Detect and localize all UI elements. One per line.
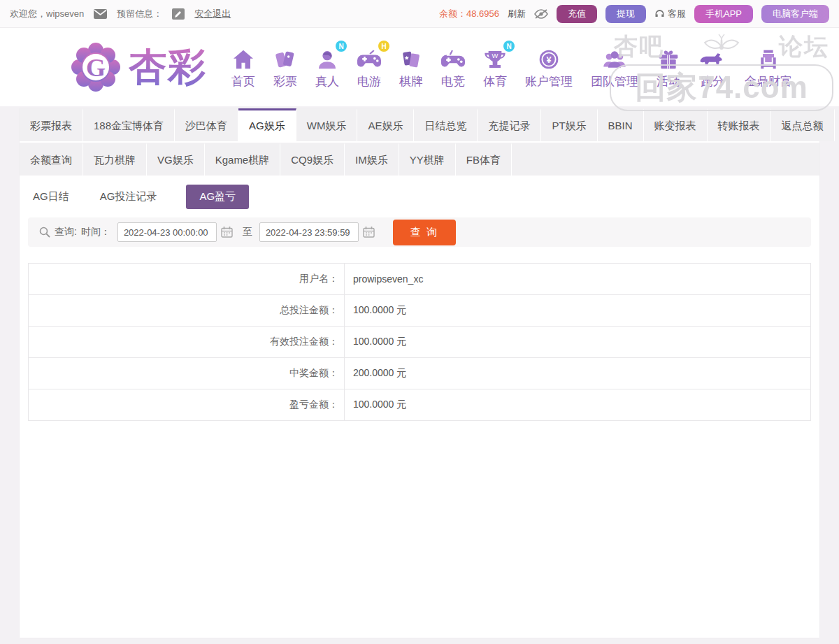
tab-im-casino[interactable]: IM娱乐 bbox=[345, 143, 399, 176]
tab-pt-casino[interactable]: PT娱乐 bbox=[541, 108, 597, 141]
subtab-ag-profit-loss[interactable]: AG盈亏 bbox=[186, 185, 249, 209]
search-submit-button[interactable]: 查 询 bbox=[393, 220, 456, 245]
nav-label: 体育 bbox=[483, 73, 507, 90]
tab-yy-cards[interactable]: YY棋牌 bbox=[399, 143, 456, 176]
subtab-ag-bet-records[interactable]: AG投注记录 bbox=[99, 185, 159, 209]
nav-label: 棋牌 bbox=[399, 73, 423, 90]
date-to-input[interactable] bbox=[259, 222, 359, 242]
tab-ae-casino[interactable]: AE娱乐 bbox=[357, 108, 414, 141]
throne-icon bbox=[757, 45, 780, 70]
nav-item-lottery[interactable]: 彩票 bbox=[273, 45, 297, 90]
message-envelope-icon[interactable] bbox=[94, 9, 107, 19]
safe-logout-link[interactable]: 安全退出 bbox=[194, 8, 231, 20]
esports-gamepad-icon bbox=[441, 45, 465, 70]
withdraw-button[interactable]: 提现 bbox=[605, 5, 646, 23]
nav-item-esports[interactable]: 电竞 bbox=[441, 45, 465, 90]
tab-saba-sports[interactable]: 沙巴体育 bbox=[175, 108, 238, 141]
topbar: 欢迎您，wipseven 预留信息： 安全退出 余额：48.6956 刷新 充值… bbox=[0, 0, 839, 28]
new-badge: N bbox=[336, 41, 347, 52]
calendar-icon[interactable] bbox=[221, 227, 233, 238]
row-value-profit-loss: 100.0000 元 bbox=[345, 389, 811, 421]
nav-item-promotions[interactable]: 活动 bbox=[657, 45, 680, 90]
row-value-username: prowipseven_xc bbox=[345, 264, 811, 295]
lottery-tickets-icon bbox=[274, 45, 296, 70]
recharge-button[interactable]: 充值 bbox=[557, 5, 597, 23]
sports-trophy-icon: W N bbox=[484, 45, 506, 70]
nav-label: 活动 bbox=[657, 73, 680, 90]
nav-item-cards[interactable]: 棋牌 bbox=[399, 45, 423, 90]
table-row: 总投注金额： 100.0000 元 bbox=[29, 295, 811, 327]
pc-client-button[interactable]: 电脑客户端 bbox=[761, 5, 829, 23]
brand-logo[interactable]: G 杏彩 bbox=[70, 41, 207, 93]
tab-wali-cards[interactable]: 瓦力棋牌 bbox=[83, 143, 147, 176]
customer-service-button[interactable]: 客服 bbox=[654, 8, 686, 20]
tab-transfer-report[interactable]: 转账报表 bbox=[708, 108, 771, 141]
calendar-icon[interactable] bbox=[363, 227, 375, 238]
tab-deposit-withdraw-records[interactable]: 充提记录 bbox=[478, 108, 541, 141]
row-label-winnings: 中奖金额： bbox=[29, 358, 345, 389]
welcome-text: 欢迎您，wipseven bbox=[10, 8, 84, 20]
nav-label: 真人 bbox=[315, 73, 339, 90]
row-value-winnings: 200.0000 元 bbox=[345, 358, 811, 389]
tab-wm-casino[interactable]: WM娱乐 bbox=[296, 108, 358, 141]
tab-balance-query[interactable]: 余额查询 bbox=[20, 143, 83, 176]
row-value-total-bet: 100.0000 元 bbox=[345, 295, 811, 327]
mobile-app-button[interactable]: 手机APP bbox=[694, 5, 753, 23]
nav-item-account[interactable]: ¥ 账户管理 bbox=[525, 45, 573, 90]
report-tabs-row1: 彩票报表 188金宝博体育 沙巴体育 AG娱乐 WM娱乐 AE娱乐 日结总览 充… bbox=[20, 108, 819, 141]
edit-pencil-icon[interactable] bbox=[172, 8, 185, 20]
nav-label: 团队管理 bbox=[591, 73, 638, 90]
home-icon bbox=[232, 45, 254, 70]
tab-account-change-report[interactable]: 账变报表 bbox=[644, 108, 708, 141]
query-label: 查询: bbox=[55, 226, 77, 238]
refresh-button[interactable]: 刷新 bbox=[508, 8, 526, 20]
tab-kgame-cards[interactable]: Kgame棋牌 bbox=[205, 143, 281, 176]
row-label-total-bet: 总投注金额： bbox=[29, 295, 345, 327]
tab-rebate-total[interactable]: 返点总额 bbox=[771, 108, 835, 141]
nav-item-paofen[interactable]: 跑分 bbox=[698, 45, 726, 90]
query-bar: 查询: 时间： 至 查 询 bbox=[28, 217, 811, 247]
search-icon bbox=[39, 227, 50, 238]
row-label-username: 用户名： bbox=[29, 264, 345, 295]
nav-item-jinding[interactable]: 金鼎财富 bbox=[745, 45, 792, 90]
tab-cq9-casino[interactable]: CQ9娱乐 bbox=[280, 143, 345, 176]
new-badge: N bbox=[503, 41, 515, 52]
nav-item-live[interactable]: N 真人 bbox=[315, 45, 339, 90]
main-card: 彩票报表 188金宝博体育 沙巴体育 AG娱乐 WM娱乐 AE娱乐 日结总览 充… bbox=[20, 108, 819, 638]
nav-label: 跑分 bbox=[701, 73, 724, 90]
nav-item-sports[interactable]: W N 体育 bbox=[483, 45, 507, 90]
live-dealer-icon: N bbox=[316, 45, 338, 70]
svg-text:G: G bbox=[86, 54, 106, 82]
report-tabs-row2: 余额查询 瓦力棋牌 VG娱乐 Kgame棋牌 CQ9娱乐 IM娱乐 YY棋牌 F… bbox=[20, 143, 819, 176]
svg-text:W: W bbox=[492, 52, 499, 59]
tab-lottery-report[interactable]: 彩票报表 bbox=[20, 108, 83, 141]
subtab-ag-daily[interactable]: AG日结 bbox=[31, 185, 71, 209]
tab-fb-sports[interactable]: FB体育 bbox=[456, 143, 512, 176]
nav-label: 彩票 bbox=[273, 73, 297, 90]
nav-item-team[interactable]: 团队管理 bbox=[591, 45, 638, 90]
row-label-profit-loss: 盈亏金额： bbox=[29, 389, 345, 421]
tab-bbin[interactable]: BBIN bbox=[598, 108, 644, 141]
table-row: 用户名： prowipseven_xc bbox=[29, 264, 811, 295]
tab-188-sports[interactable]: 188金宝博体育 bbox=[83, 108, 175, 141]
balance-text: 余额：48.6956 bbox=[439, 8, 499, 20]
svg-text:¥: ¥ bbox=[546, 55, 551, 65]
nav-item-slots[interactable]: H 电游 bbox=[357, 45, 381, 90]
nav-item-home[interactable]: 首页 bbox=[231, 45, 255, 90]
reserved-info-label: 预留信息： bbox=[117, 8, 162, 20]
customer-service-label: 客服 bbox=[668, 8, 686, 20]
team-people-icon bbox=[603, 45, 626, 70]
brand-name: 杏彩 bbox=[129, 42, 207, 93]
tab-ag-casino[interactable]: AG娱乐 bbox=[238, 108, 296, 141]
tabs-filler bbox=[512, 143, 819, 176]
slots-gamepad-icon: H bbox=[357, 45, 381, 70]
time-label: 时间： bbox=[81, 226, 110, 238]
balance-value: 48.6956 bbox=[466, 8, 499, 19]
main-nav: 首页 彩票 N 真人 H 电游 bbox=[222, 45, 801, 90]
hide-balance-eye-off-icon[interactable] bbox=[534, 9, 548, 19]
date-from-input[interactable] bbox=[117, 222, 217, 242]
tab-daily-summary[interactable]: 日结总览 bbox=[414, 108, 478, 141]
table-row: 中奖金额： 200.0000 元 bbox=[29, 358, 811, 389]
tab-vg-casino[interactable]: VG娱乐 bbox=[147, 143, 205, 176]
nav-label: 电游 bbox=[357, 73, 381, 90]
